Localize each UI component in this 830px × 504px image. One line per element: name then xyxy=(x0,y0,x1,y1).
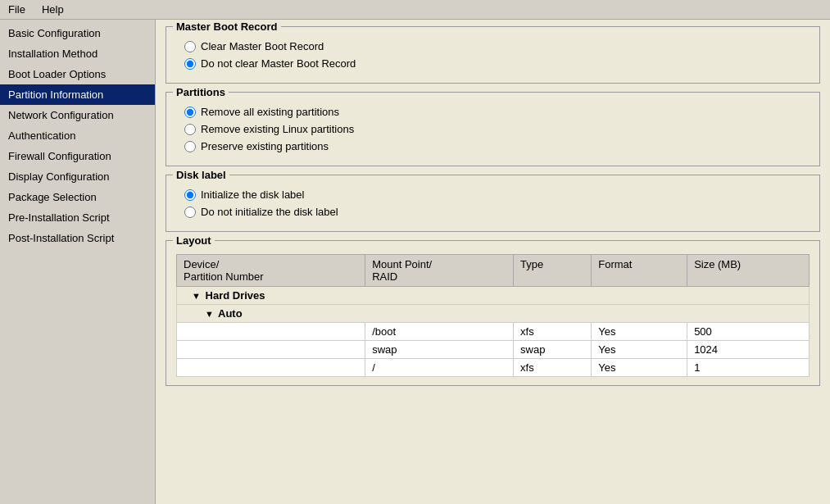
disk-label-initialize-label: Initialize the disk label xyxy=(201,188,304,201)
partition-table: Device/Partition Number Mount Point/RAID… xyxy=(176,254,810,377)
disk-label-do-not-initialize-radio[interactable] xyxy=(184,207,196,218)
sidebar-item-firewall-configuration[interactable]: Firewall Configuration xyxy=(0,146,155,166)
disk-label-section: Disk label Initialize the disk label Do … xyxy=(166,175,820,232)
sidebar-item-package-selection[interactable]: Package Selection xyxy=(0,187,155,207)
auto-label: Auto xyxy=(218,307,243,320)
partitions-title: Partitions xyxy=(173,86,229,98)
boot-mount-cell: /boot xyxy=(365,323,514,341)
boot-type-cell: xfs xyxy=(514,323,592,341)
master-boot-record-title: Master Boot Record xyxy=(173,20,281,33)
table-row-root: / xfs Yes 1 xyxy=(177,359,810,377)
disk-label-options: Initialize the disk label Do not initial… xyxy=(176,188,810,218)
content-area: Master Boot Record Clear Master Boot Rec… xyxy=(156,20,830,504)
partitions-option-preserve[interactable]: Preserve existing partitions xyxy=(184,140,801,152)
partitions-remove-linux-label: Remove existing Linux partitions xyxy=(201,123,354,135)
mbr-do-not-clear-radio[interactable] xyxy=(184,58,196,70)
sidebar-item-authentication[interactable]: Authentication xyxy=(0,125,155,146)
disk-label-do-not-initialize-label: Do not initialize the disk label xyxy=(201,206,338,218)
partitions-option-remove-linux[interactable]: Remove existing Linux partitions xyxy=(184,123,801,135)
root-type-cell: xfs xyxy=(514,359,592,377)
sidebar-item-basic-configuration[interactable]: Basic Configuration xyxy=(0,23,155,43)
partitions-remove-all-label: Remove all existing partitions xyxy=(201,106,339,118)
partitions-option-remove-all[interactable]: Remove all existing partitions xyxy=(184,106,801,118)
table-row-boot: /boot xfs Yes 500 xyxy=(177,323,810,341)
master-boot-record-section: Master Boot Record Clear Master Boot Rec… xyxy=(166,26,820,84)
auto-arrow: ▼ xyxy=(205,309,214,319)
partitions-preserve-label: Preserve existing partitions xyxy=(201,140,329,152)
menu-file[interactable]: File xyxy=(3,2,30,17)
col-format: Format xyxy=(592,255,687,287)
partitions-preserve-radio[interactable] xyxy=(184,141,196,152)
partitions-remove-linux-radio[interactable] xyxy=(184,124,196,135)
mbr-clear-label: Clear Master Boot Record xyxy=(201,40,324,52)
swap-device-cell xyxy=(177,341,365,359)
mbr-option-clear[interactable]: Clear Master Boot Record xyxy=(184,40,801,52)
root-device-cell xyxy=(177,359,365,377)
col-size: Size (MB) xyxy=(687,255,810,287)
partitions-section: Partitions Remove all existing partition… xyxy=(166,92,820,166)
boot-format-cell: Yes xyxy=(592,323,687,341)
main-container: Basic Configuration Installation Method … xyxy=(0,20,830,504)
sidebar-item-boot-loader-options[interactable]: Boot Loader Options xyxy=(0,64,155,84)
col-type: Type xyxy=(514,255,592,287)
boot-size-cell: 500 xyxy=(687,323,810,341)
swap-format-cell: Yes xyxy=(592,341,687,359)
col-device: Device/Partition Number xyxy=(177,255,365,287)
menu-help[interactable]: Help xyxy=(37,2,69,17)
root-size-cell: 1 xyxy=(687,359,810,377)
hard-drives-cell: ▼ Hard Drives xyxy=(177,287,810,305)
table-row-swap: swap swap Yes 1024 xyxy=(177,341,810,359)
root-format-cell: Yes xyxy=(592,359,687,377)
boot-device-cell xyxy=(177,323,365,341)
disk-label-option-initialize[interactable]: Initialize the disk label xyxy=(184,188,801,201)
master-boot-record-options: Clear Master Boot Record Do not clear Ma… xyxy=(176,40,810,70)
hard-drives-label: Hard Drives xyxy=(206,289,265,302)
disk-label-title: Disk label xyxy=(173,169,229,181)
layout-title: Layout xyxy=(173,234,215,247)
sidebar-item-display-configuration[interactable]: Display Configuration xyxy=(0,166,155,187)
layout-section: Layout Device/Partition Number Mount Poi… xyxy=(166,240,820,386)
sidebar-item-post-installation-script[interactable]: Post-Installation Script xyxy=(0,228,155,248)
disk-label-option-do-not-initialize[interactable]: Do not initialize the disk label xyxy=(184,206,801,218)
partitions-options: Remove all existing partitions Remove ex… xyxy=(176,106,810,152)
partitions-remove-all-radio[interactable] xyxy=(184,107,196,118)
mbr-option-do-not-clear[interactable]: Do not clear Master Boot Record xyxy=(184,57,801,70)
table-row-hard-drives: ▼ Hard Drives xyxy=(177,287,810,305)
auto-cell: ▼ Auto xyxy=(177,305,810,323)
swap-size-cell: 1024 xyxy=(687,341,810,359)
disk-label-initialize-radio[interactable] xyxy=(184,189,196,201)
mbr-do-not-clear-label: Do not clear Master Boot Record xyxy=(201,57,356,70)
sidebar-item-installation-method[interactable]: Installation Method xyxy=(0,43,155,64)
sidebar: Basic Configuration Installation Method … xyxy=(0,20,156,504)
swap-type-cell: swap xyxy=(514,341,592,359)
table-row-auto: ▼ Auto xyxy=(177,305,810,323)
sidebar-item-network-configuration[interactable]: Network Configuration xyxy=(0,105,155,125)
hard-drives-arrow: ▼ xyxy=(192,291,201,301)
sidebar-item-pre-installation-script[interactable]: Pre-Installation Script xyxy=(0,207,155,228)
sidebar-item-partition-information[interactable]: Partition Information xyxy=(0,84,155,105)
mbr-clear-radio[interactable] xyxy=(184,41,196,52)
root-mount-cell: / xyxy=(365,359,514,377)
menubar: File Help xyxy=(0,0,830,20)
col-mount: Mount Point/RAID xyxy=(365,255,514,287)
swap-mount-cell: swap xyxy=(365,341,514,359)
